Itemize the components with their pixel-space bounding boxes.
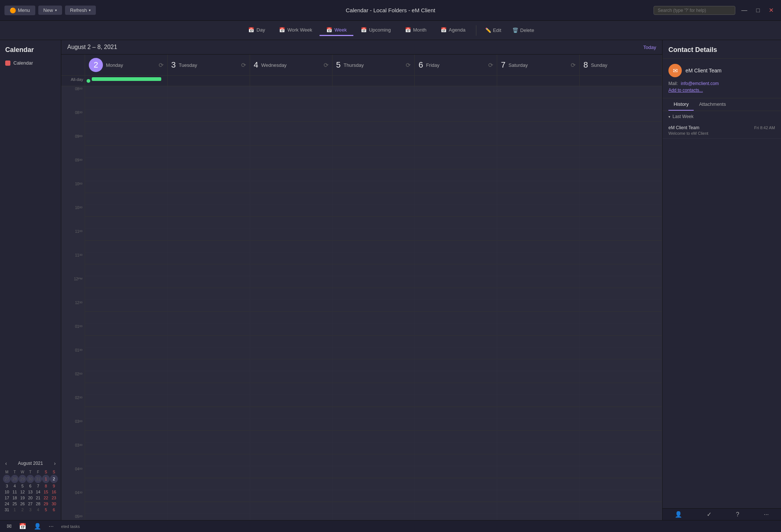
- calendar-cell[interactable]: [497, 169, 580, 181]
- calendar-cell[interactable]: [497, 347, 580, 359]
- calendar-cell[interactable]: [333, 217, 415, 229]
- calendar-cell[interactable]: [168, 347, 250, 359]
- calendar-cell[interactable]: [415, 288, 497, 300]
- calendar-cell[interactable]: [168, 336, 250, 347]
- contact-more-button[interactable]: ···: [760, 510, 772, 519]
- mini-cal-day[interactable]: 5: [42, 507, 50, 513]
- calendar-cell[interactable]: [497, 443, 580, 454]
- calendar-cell[interactable]: [497, 122, 580, 134]
- calendar-cell[interactable]: [333, 146, 415, 157]
- calendar-cell[interactable]: [85, 276, 168, 288]
- calendar-cell[interactable]: [250, 454, 333, 466]
- calendar-cell[interactable]: [415, 514, 497, 520]
- mini-cal-day[interactable]: 21: [34, 495, 42, 501]
- calendar-cell[interactable]: [580, 454, 662, 466]
- mini-cal-day[interactable]: 3: [3, 483, 11, 489]
- calendar-cell[interactable]: [85, 98, 168, 110]
- calendar-cell[interactable]: [250, 264, 333, 276]
- calendar-cell[interactable]: [85, 157, 168, 169]
- calendar-cell[interactable]: [85, 134, 168, 146]
- calendar-cell[interactable]: [580, 514, 662, 520]
- calendar-cell[interactable]: [168, 478, 250, 490]
- calendar-cell[interactable]: [580, 146, 662, 157]
- calendar-cell[interactable]: [415, 205, 497, 217]
- calendar-cell[interactable]: [415, 407, 497, 419]
- calendar-cell[interactable]: [415, 264, 497, 276]
- allday-wednesday[interactable]: [250, 76, 333, 86]
- calendar-cell[interactable]: [333, 193, 415, 205]
- calendar-cell[interactable]: [85, 146, 168, 157]
- tab-attachments[interactable]: Attachments: [694, 98, 731, 111]
- calendar-cell[interactable]: [580, 300, 662, 312]
- calendar-cell[interactable]: [168, 276, 250, 288]
- mini-cal-day[interactable]: 31: [34, 475, 42, 483]
- calendar-cell[interactable]: [497, 395, 580, 407]
- calendar-cell[interactable]: [580, 407, 662, 419]
- calendar-cell[interactable]: [333, 490, 415, 502]
- calendar-cell[interactable]: [333, 276, 415, 288]
- calendar-cell[interactable]: [580, 395, 662, 407]
- calendar-cell[interactable]: [168, 371, 250, 383]
- contact-help-button[interactable]: ?: [732, 510, 743, 519]
- allday-monday[interactable]: [85, 76, 168, 86]
- tab-history[interactable]: History: [668, 98, 694, 111]
- calendar-cell[interactable]: [168, 241, 250, 252]
- calendar-cell[interactable]: [333, 98, 415, 110]
- calendar-cell[interactable]: [85, 347, 168, 359]
- calendar-cell[interactable]: [168, 300, 250, 312]
- calendar-cell[interactable]: [250, 478, 333, 490]
- mini-cal-day[interactable]: 17: [3, 495, 11, 501]
- calendar-cell[interactable]: [85, 490, 168, 502]
- mini-cal-day[interactable]: 16: [50, 489, 58, 495]
- calendar-cell[interactable]: [333, 181, 415, 193]
- calendar-cell[interactable]: [497, 98, 580, 110]
- mini-cal-day[interactable]: 23: [50, 495, 58, 501]
- history-item[interactable]: eM Client Team Fri 8:42 AM Welcome to eM…: [662, 122, 781, 139]
- calendar-cell[interactable]: [497, 502, 580, 514]
- calendar-cell[interactable]: [497, 431, 580, 443]
- mini-cal-next[interactable]: ›: [52, 460, 58, 467]
- calendar-cell[interactable]: [168, 454, 250, 466]
- calendar-cell[interactable]: [168, 122, 250, 134]
- calendar-cell[interactable]: [580, 312, 662, 324]
- delete-button[interactable]: 🗑️ Delete: [507, 25, 539, 35]
- mini-cal-day[interactable]: 7: [34, 483, 42, 489]
- mini-cal-day[interactable]: 13: [26, 489, 34, 495]
- calendar-cell[interactable]: [333, 502, 415, 514]
- mini-cal-day[interactable]: 2: [19, 507, 26, 513]
- calendar-cell[interactable]: [580, 324, 662, 336]
- calendar-cell[interactable]: [497, 110, 580, 122]
- calendar-cell[interactable]: [415, 146, 497, 157]
- mini-cal-day[interactable]: 6: [26, 483, 34, 489]
- tab-week[interactable]: 📅 Week: [320, 25, 353, 36]
- calendar-cell[interactable]: [168, 395, 250, 407]
- calendar-cell[interactable]: [85, 443, 168, 454]
- calendar-cell[interactable]: [168, 502, 250, 514]
- calendar-cell[interactable]: [497, 276, 580, 288]
- calendar-cell[interactable]: [250, 193, 333, 205]
- calendar-cell[interactable]: [415, 169, 497, 181]
- calendar-cell[interactable]: [580, 193, 662, 205]
- calendar-cell[interactable]: [415, 193, 497, 205]
- calendar-cell[interactable]: [85, 336, 168, 347]
- mini-cal-day[interactable]: 18: [11, 495, 19, 501]
- calendar-cell[interactable]: [497, 86, 580, 98]
- calendar-cell[interactable]: [85, 454, 168, 466]
- calendar-cell[interactable]: [168, 431, 250, 443]
- calendar-cell[interactable]: [85, 205, 168, 217]
- calendar-cell[interactable]: [497, 217, 580, 229]
- calendar-cell[interactable]: [333, 407, 415, 419]
- allday-friday[interactable]: [415, 76, 497, 86]
- calendar-cell[interactable]: [415, 490, 497, 502]
- calendar-cell[interactable]: [85, 502, 168, 514]
- calendar-cell[interactable]: [85, 419, 168, 431]
- calendar-cell[interactable]: [168, 110, 250, 122]
- calendar-cell[interactable]: [250, 490, 333, 502]
- calendar-cell[interactable]: [333, 347, 415, 359]
- calendar-cell[interactable]: [333, 478, 415, 490]
- calendar-cell[interactable]: [168, 169, 250, 181]
- calendar-cell[interactable]: [85, 371, 168, 383]
- calendar-nav-button[interactable]: 📅: [16, 522, 29, 531]
- calendar-cell[interactable]: [333, 431, 415, 443]
- calendar-cell[interactable]: [497, 264, 580, 276]
